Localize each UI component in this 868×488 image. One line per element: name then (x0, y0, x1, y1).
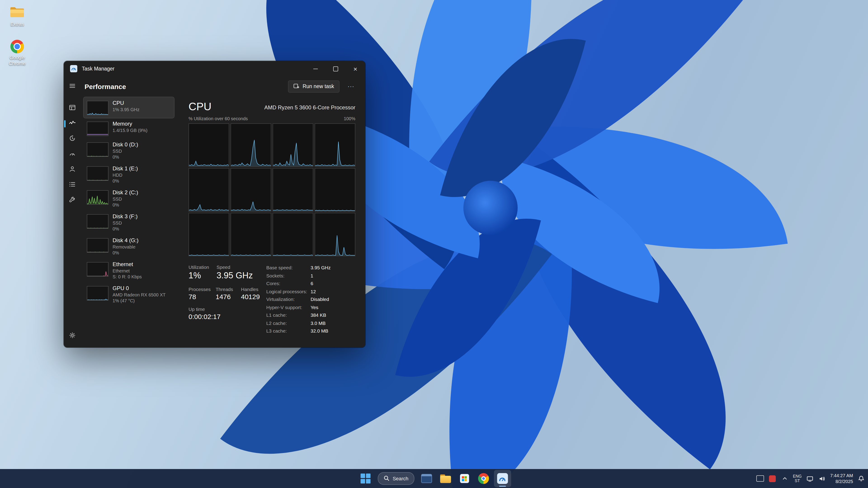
window-titlebar[interactable]: Task Manager × (64, 61, 365, 76)
perf-item-title: Ethernet (113, 261, 142, 268)
nav-item-app-history[interactable] (66, 133, 79, 145)
history-icon (69, 135, 76, 144)
perf-item-cpu[interactable]: CPU 1% 3.95 GHz (84, 97, 174, 118)
perf-item-sub: Removable (113, 244, 138, 250)
desktop-icon-extras[interactable]: Extras (1, 6, 33, 27)
perf-item-disk3[interactable]: Disk 3 (F:) SSD 0% (84, 210, 174, 234)
gpu-mini-graph (87, 286, 108, 300)
detail-value: 3.0 MB (311, 320, 355, 326)
nav-menu-button[interactable] (66, 80, 79, 93)
chevron-up-icon (782, 476, 787, 481)
perf-item-disk1[interactable]: Disk 1 (E:) HDD 0% (84, 163, 174, 187)
file-explorer-icon (440, 474, 451, 483)
notification-center-button[interactable] (857, 475, 865, 483)
perf-item-sub: SSD (113, 148, 138, 154)
disk2-mini-graph (87, 190, 108, 205)
detail-label: L1 cache: (266, 312, 311, 318)
core-graph-8 (188, 213, 229, 256)
cpu-mini-graph (87, 101, 108, 115)
perf-item-sub: SSD (113, 220, 138, 226)
maximize-button[interactable] (326, 61, 345, 76)
users-icon (69, 165, 76, 174)
detail-value: 1 (311, 272, 355, 279)
taskbar-microsoft-store[interactable] (456, 470, 473, 487)
taskbar-chrome[interactable] (475, 470, 492, 487)
window-title: Task Manager (82, 66, 114, 71)
perf-item-sub: Ethernet (113, 268, 142, 274)
tray-red-app-icon (769, 475, 776, 482)
core-graph-10 (273, 213, 313, 256)
logical-processor-grid (188, 124, 355, 256)
perf-item-disk0[interactable]: Disk 0 (D:) SSD 0% (84, 139, 174, 163)
show-hidden-icons-button[interactable] (781, 475, 789, 483)
perf-item-disk4[interactable]: Disk 4 (G:) Removable 0% (84, 234, 174, 258)
perf-item-title: Disk 3 (F:) (113, 213, 138, 220)
core-graph-0 (188, 124, 229, 167)
run-new-task-label: Run new task (303, 84, 334, 89)
core-graph-4 (188, 168, 229, 212)
perf-item-title: GPU 0 (113, 285, 166, 292)
startup-gauge-icon (69, 150, 76, 159)
disk0-mini-graph (87, 142, 108, 157)
nav-item-services[interactable] (66, 194, 79, 207)
language-indicator[interactable]: ENG ST (793, 474, 802, 483)
handles-value: 40129 (241, 293, 266, 301)
clock-time: 7:44:27 AM (830, 473, 853, 479)
perf-item-title: Disk 2 (C:) (113, 189, 138, 196)
cpu-detail-panel: CPU AMD Ryzen 5 3600 6-Core Processor % … (176, 96, 365, 348)
tray-app-button[interactable] (769, 475, 777, 483)
perf-item-ethernet[interactable]: Ethernet Ethernet S: 0 R: 0 Kbps (84, 258, 174, 283)
perf-item-sub: 0% (113, 250, 138, 256)
language-line2: ST (793, 479, 802, 483)
task-manager-icon (497, 473, 508, 484)
taskbar-task-manager-active[interactable] (494, 470, 511, 487)
threads-value: 1476 (216, 293, 241, 301)
core-graph-3 (315, 124, 355, 167)
start-button[interactable] (357, 470, 374, 487)
taskbar-search[interactable]: Search (378, 472, 414, 485)
hamburger-icon (69, 82, 76, 91)
nav-item-performance[interactable] (66, 118, 79, 130)
network-button[interactable] (806, 475, 814, 483)
taskbar-file-explorer[interactable] (437, 470, 454, 487)
nav-settings-button[interactable] (66, 330, 79, 343)
nav-item-details[interactable] (66, 179, 79, 192)
clock-date: 8/2/2025 (830, 479, 853, 484)
task-manager-window: Task Manager × (64, 61, 365, 348)
core-graph-5 (230, 168, 271, 212)
taskbar-clock[interactable]: 7:44:27 AM 8/2/2025 (830, 473, 853, 484)
perf-item-sub: 1% (47 °C) (113, 298, 166, 304)
nav-item-processes[interactable] (66, 102, 79, 115)
perf-item-sub: SSD (113, 196, 138, 202)
wallpaper-bloom-center (463, 181, 518, 235)
minimize-button[interactable] (306, 61, 326, 76)
perf-item-sub: S: 0 R: 0 Kbps (113, 274, 142, 280)
detail-value: 6 (311, 281, 355, 287)
core-graph-9 (230, 213, 271, 256)
ellipsis-icon: ··· (348, 83, 354, 90)
perf-item-gpu0[interactable]: GPU 0 AMD Radeon RX 6500 XT 1% (47 °C) (84, 283, 174, 306)
bell-icon (858, 475, 864, 482)
taskbar-app-window[interactable] (418, 470, 435, 487)
detail-label: Cores: (266, 281, 311, 287)
threads-label: Threads (216, 287, 241, 292)
desktop-icon-google-chrome[interactable]: Google Chrome (1, 40, 33, 66)
nav-item-users[interactable] (66, 164, 79, 176)
run-new-task-button[interactable]: Run new task (288, 80, 340, 92)
close-button[interactable]: × (345, 61, 365, 76)
volume-button[interactable] (818, 475, 826, 483)
handles-label: Handles (241, 287, 266, 292)
ethernet-mini-graph (87, 262, 108, 276)
more-options-button[interactable]: ··· (344, 81, 358, 91)
perf-item-sub: HDD (113, 172, 138, 178)
perf-item-sub: 1% 3.95 GHz (113, 107, 140, 112)
perf-item-memory[interactable]: Memory 1.4/15.9 GB (9%) (84, 118, 174, 139)
desktop-icon-label: Extras (10, 21, 24, 27)
perf-item-title: Disk 4 (G:) (113, 237, 138, 244)
tray-widget-button[interactable] (756, 475, 765, 483)
performance-icon (69, 119, 76, 128)
perf-item-disk2[interactable]: Disk 2 (C:) SSD 0% (84, 187, 174, 210)
memory-mini-graph (87, 122, 108, 136)
perf-item-title: Memory (113, 121, 148, 127)
nav-item-startup-apps[interactable] (66, 148, 79, 161)
